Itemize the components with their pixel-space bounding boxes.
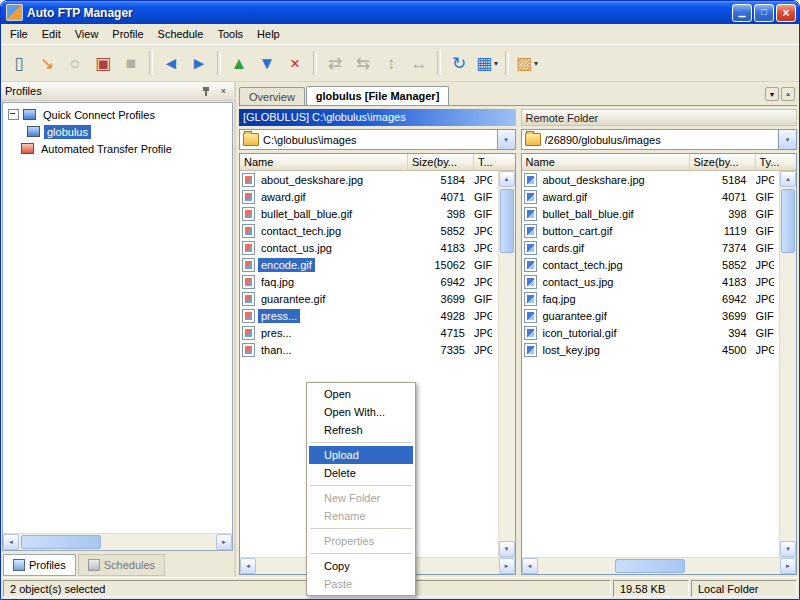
scroll-thumb[interactable] [781, 189, 795, 253]
tab-schedules[interactable]: Schedules [78, 554, 165, 576]
combo-dropdown-icon[interactable]: ▾ [778, 130, 796, 149]
context-menu-refresh[interactable]: Refresh [309, 421, 413, 439]
scroll-thumb[interactable] [500, 189, 514, 253]
file-row[interactable]: award.gif4071GIF [240, 188, 498, 205]
context-menu-upload[interactable]: Upload [309, 446, 413, 464]
scroll-down-icon[interactable]: ▼ [499, 541, 515, 557]
scroll-right-icon[interactable]: ► [499, 558, 515, 574]
file-row[interactable]: encode.gif15062GIF [240, 256, 498, 273]
dropdown-caret-icon[interactable]: ▾ [494, 59, 498, 68]
scroll-left-icon[interactable]: ◄ [3, 534, 19, 550]
folder-options-button[interactable]: ▨▾ [514, 50, 540, 76]
forward-button[interactable]: ► [186, 50, 212, 76]
menu-schedule[interactable]: Schedule [151, 26, 211, 42]
panel-close-icon[interactable]: × [217, 85, 230, 98]
tree-item-quick-connect-profiles[interactable]: Quick Connect Profiles [3, 106, 232, 123]
scroll-thumb[interactable] [21, 535, 101, 549]
scroll-thumb[interactable] [615, 559, 685, 573]
file-row[interactable]: lost_key.jpg4500JPG [522, 341, 780, 358]
collapse-icon[interactable] [8, 109, 19, 120]
file-row[interactable]: award.gif4071GIF [522, 188, 780, 205]
menu-file[interactable]: File [3, 26, 35, 42]
tree-horizontal-scrollbar[interactable]: ◄ ► [3, 533, 232, 550]
menu-tools[interactable]: Tools [210, 26, 250, 42]
file-row[interactable]: faq.jpg6942JPG [240, 273, 498, 290]
menu-profile[interactable]: Profile [105, 26, 150, 42]
context-menu-delete[interactable]: Delete [309, 464, 413, 482]
local-path-combobox[interactable]: C:\globulus\images ▾ [239, 129, 516, 150]
minimize-button[interactable]: ▁ [732, 4, 752, 22]
scroll-down-icon[interactable]: ▼ [780, 541, 796, 557]
maximize-button[interactable]: □ [754, 4, 774, 22]
scroll-right-icon[interactable]: ► [216, 534, 232, 550]
menu-view[interactable]: View [68, 26, 106, 42]
remote-vertical-scrollbar[interactable]: ▲ ▼ [779, 171, 796, 557]
document-tab-strip: Overview globulus [File Manager] ▾ × [239, 84, 797, 105]
column-type[interactable]: T... [474, 154, 515, 171]
tab-overview[interactable]: Overview [239, 87, 305, 105]
remote-horizontal-scrollbar[interactable]: ◄ ► [522, 557, 797, 574]
tree-item-globulus[interactable]: globulus [3, 123, 232, 140]
scroll-up-icon[interactable]: ▲ [780, 171, 796, 187]
file-row[interactable]: about_deskshare.jpg5184JPG [240, 171, 498, 188]
context-menu-copy[interactable]: Copy [309, 557, 413, 575]
image-file-icon [524, 190, 537, 204]
content-area: Profiles × Quick Connect Profiles globul… [1, 82, 799, 577]
connect-button[interactable]: ↘ [34, 50, 60, 76]
column-size[interactable]: Size(by... [690, 154, 756, 171]
file-row[interactable]: icon_tutorial.gif394GIF [522, 324, 780, 341]
combo-dropdown-icon[interactable]: ▾ [497, 130, 515, 149]
tree-item-automated-transfer-profile[interactable]: Automated Transfer Profile [3, 140, 232, 157]
profiles-tree: Quick Connect Profiles globulus Automate… [3, 103, 232, 533]
file-row[interactable]: bullet_ball_blue.gif398GIF [240, 205, 498, 222]
local-vertical-scrollbar[interactable]: ▲ ▼ [498, 171, 515, 557]
views-button[interactable]: ▦▾ [474, 50, 500, 76]
file-row[interactable]: about_deskshare.jpg5184JPG [522, 171, 780, 188]
scroll-left-icon[interactable]: ◄ [522, 558, 538, 574]
column-size[interactable]: Size(by... [408, 154, 474, 171]
file-row[interactable]: pres...4715JPG [240, 324, 498, 341]
toolbar-separator [217, 51, 221, 75]
file-name-cell: bullet_ball_blue.gif [522, 207, 690, 221]
tab-globulus-file-manager[interactable]: globulus [File Manager] [306, 86, 449, 105]
file-row[interactable]: contact_tech.jpg5852JPG [240, 222, 498, 239]
file-row[interactable]: faq.jpg6942JPG [522, 290, 780, 307]
upload-button[interactable]: ▲ [226, 50, 252, 76]
download-button[interactable]: ▼ [254, 50, 280, 76]
dropdown-caret-icon[interactable]: ▾ [534, 59, 538, 68]
context-menu-open[interactable]: Open [309, 385, 413, 403]
close-tab-button[interactable]: × [781, 87, 795, 101]
refresh-button[interactable]: ↻ [446, 50, 472, 76]
title-bar[interactable]: Auto FTP Manager ▁ □ × [1, 1, 799, 24]
file-row[interactable]: guarantee.gif3699GIF [240, 290, 498, 307]
column-name[interactable]: Name [522, 154, 690, 171]
menu-edit[interactable]: Edit [35, 26, 68, 42]
file-row[interactable]: button_cart.gif1119GIF [522, 222, 780, 239]
column-name[interactable]: Name [240, 154, 408, 171]
profile-properties-button[interactable]: ▣ [90, 50, 116, 76]
scroll-left-icon[interactable]: ◄ [240, 558, 256, 574]
pin-icon[interactable] [201, 86, 212, 97]
file-row[interactable]: contact_us.jpg4183JPG [240, 239, 498, 256]
file-name-cell: bullet_ball_blue.gif [240, 207, 408, 221]
new-profile-button[interactable]: ▯ [6, 50, 32, 76]
close-button[interactable]: × [776, 4, 796, 22]
delete-button[interactable]: × [282, 50, 308, 76]
file-row[interactable]: contact_us.jpg4183JPG [522, 273, 780, 290]
menu-help[interactable]: Help [250, 26, 287, 42]
file-type: JPG [756, 174, 774, 186]
back-button[interactable]: ◄ [158, 50, 184, 76]
file-row[interactable]: bullet_ball_blue.gif398GIF [522, 205, 780, 222]
file-row[interactable]: guarantee.gif3699GIF [522, 307, 780, 324]
file-row[interactable]: cards.gif7374GIF [522, 239, 780, 256]
column-type[interactable]: Ty... [756, 154, 797, 171]
tab-profiles[interactable]: Profiles [3, 554, 76, 576]
scroll-right-icon[interactable]: ► [780, 558, 796, 574]
file-row[interactable]: than...7335JPG [240, 341, 498, 358]
file-row[interactable]: press...4928JPG [240, 307, 498, 324]
context-menu-open-with[interactable]: Open With... [309, 403, 413, 421]
scroll-up-icon[interactable]: ▲ [499, 171, 515, 187]
tab-list-button[interactable]: ▾ [765, 87, 779, 101]
file-row[interactable]: contact_tech.jpg5852JPG [522, 256, 780, 273]
remote-path-combobox[interactable]: /26890/globulus/images ▾ [521, 129, 798, 150]
